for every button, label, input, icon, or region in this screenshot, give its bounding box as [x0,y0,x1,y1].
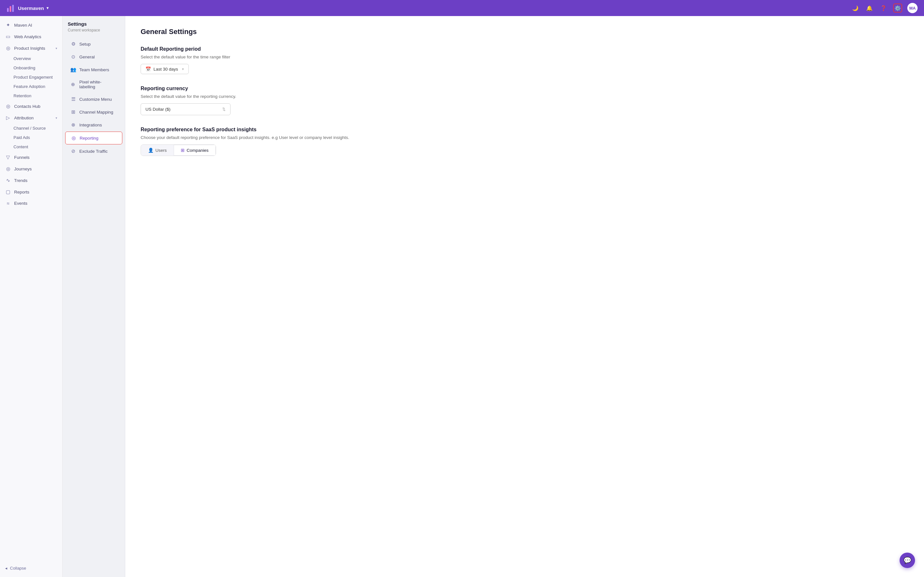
sidebar-sub-product-engagement[interactable]: Product Engagement [13,73,62,82]
notification-icon[interactable]: 🔔 [865,3,874,13]
events-icon: ≈ [5,201,11,206]
reporting-period-dropdown-label: Last 30 days [153,67,178,72]
sidebar-sub-content[interactable]: Content [13,142,62,152]
help-icon[interactable]: ❓ [879,3,888,13]
collapse-arrow-icon: ◂ [5,566,7,571]
funnels-icon: ▽ [5,154,11,160]
brand-logo[interactable]: Usermaven ▾ [6,3,48,13]
sidebar-item-funnels[interactable]: ▽ Funnels [0,152,62,163]
dropdown-chevron-icon: ▾ [182,67,184,71]
sidebar-item-events[interactable]: ≈ Events [0,198,62,209]
reports-icon: ▢ [5,189,11,195]
settings-menu-reporting[interactable]: ◎ Reporting [65,132,123,144]
channel-mapping-icon: ⊞ [70,109,76,115]
sidebar-label-reports: Reports [14,190,57,195]
chat-icon: 💬 [903,556,911,564]
svg-rect-2 [12,5,14,12]
reporting-currency-description: Select the default value for the reporti… [140,94,909,99]
sidebar-label-maven-ai: Maven AI [14,23,57,27]
settings-menu-integrations[interactable]: ⊗ Integrations [65,119,123,131]
currency-select[interactable]: US Dollar ($) ⇅ [140,103,231,115]
section-reporting-preference: Reporting preference for SaaS product in… [140,127,909,156]
avatar[interactable]: MA [907,3,918,13]
calendar-icon: 📅 [145,66,151,72]
sidebar-item-journeys[interactable]: ◎ Journeys [0,163,62,174]
sidebar-item-reports[interactable]: ▢ Reports [0,186,62,198]
companies-icon: ⊞ [181,148,185,153]
settings-menu-exclude-traffic-label: Exclude Traffic [79,149,108,154]
pixel-whitelabelling-icon: ⊕ [70,82,76,87]
top-navigation: Usermaven ▾ 🌙 🔔 ❓ ⚙️ MA [0,0,924,16]
sidebar-sub-channel-source[interactable]: Channel / Source [13,124,62,133]
reporting-preference-toggle-group: 👤 Users ⊞ Companies [140,144,216,156]
sidebar-item-attribution[interactable]: ▷ Attribution ▾ [0,112,62,124]
sidebar-label-attribution: Attribution [14,116,52,120]
toggle-users-label: Users [155,148,167,153]
settings-menu-channel-mapping[interactable]: ⊞ Channel Mapping [65,106,123,118]
collapse-label: Collapse [10,566,26,571]
users-icon: 👤 [148,148,153,153]
page-title: General Settings [140,27,909,36]
svg-rect-1 [10,6,11,12]
sidebar-sub-retention[interactable]: Retention [13,91,62,100]
toggle-companies-button[interactable]: ⊞ Companies [174,145,215,156]
brand-name: Usermaven [18,5,44,11]
settings-menu-customize-menu[interactable]: ☰ Customize Menu [65,93,123,105]
collapse-button[interactable]: ◂ Collapse [0,562,62,574]
settings-menu-team-members[interactable]: 👥 Team Members [65,64,123,76]
sidebar-sub-feature-adoption[interactable]: Feature Adoption [13,82,62,91]
settings-title: Settings [63,21,125,28]
sidebar-item-product-insights[interactable]: ◎ Product Insights ▾ [0,42,62,54]
main-content: General Settings Default Reporting perio… [125,16,924,577]
attribution-submenu: Channel / Source Paid Ads Content [0,124,62,152]
chat-fab-button[interactable]: 💬 [900,553,915,568]
contacts-hub-icon: ◎ [5,103,11,109]
maven-ai-icon: ✦ [5,22,11,28]
product-insights-icon: ◎ [5,45,11,51]
settings-menu-setup[interactable]: ⚙ Setup [65,38,123,50]
brand-chevron-icon[interactable]: ▾ [47,6,48,10]
reporting-period-title: Default Reporting period [140,46,909,52]
toggle-companies-label: Companies [187,148,208,153]
product-insights-chevron-icon: ▾ [56,47,57,50]
moon-icon[interactable]: 🌙 [851,3,860,13]
settings-menu-general[interactable]: ⊙ General [65,51,123,63]
team-members-icon: 👥 [70,67,76,73]
reporting-period-dropdown[interactable]: 📅 Last 30 days ▾ [140,64,189,74]
general-icon: ⊙ [70,54,76,60]
reporting-period-description: Select the default value for the time ra… [140,55,909,60]
settings-sidebar: Settings Current workspace ⚙ Setup ⊙ Gen… [63,16,125,577]
settings-menu-pixel-whitelabelling[interactable]: ⊕ Pixel white-labelling [65,76,123,92]
exclude-traffic-icon: ⊘ [70,148,76,154]
customize-menu-icon: ☰ [70,96,76,102]
currency-value: US Dollar ($) [145,107,171,112]
sidebar-sub-paid-ads[interactable]: Paid Ads [13,133,62,142]
settings-menu-reporting-label: Reporting [80,136,98,140]
settings-subtitle: Current workspace [63,28,125,37]
reporting-icon: ◎ [71,135,76,141]
topnav-right: 🌙 🔔 ❓ ⚙️ MA [851,3,918,13]
sidebar-label-journeys: Journeys [14,166,57,171]
sidebar-item-trends[interactable]: ∿ Trends [0,174,62,186]
sidebar-item-contacts-hub[interactable]: ◎ Contacts Hub [0,100,62,112]
sidebar-item-maven-ai[interactable]: ✦ Maven AI [0,19,62,31]
toggle-users-button[interactable]: 👤 Users [141,145,174,156]
body-layout: ✦ Maven AI ▭ Web Analytics ◎ Product Ins… [0,16,924,577]
sidebar-sub-onboarding[interactable]: Onboarding [13,63,62,73]
sidebar-item-web-analytics[interactable]: ▭ Web Analytics [0,31,62,42]
settings-menu-team-members-label: Team Members [79,68,109,72]
settings-menu-exclude-traffic[interactable]: ⊘ Exclude Traffic [65,145,123,157]
settings-menu-general-label: General [79,55,95,60]
topnav-left: Usermaven ▾ [6,3,48,13]
web-analytics-icon: ▭ [5,34,11,39]
attribution-chevron-icon: ▾ [56,116,57,120]
attribution-icon: ▷ [5,115,11,121]
left-sidebar: ✦ Maven AI ▭ Web Analytics ◎ Product Ins… [0,16,63,577]
settings-menu-customize-menu-label: Customize Menu [79,97,112,102]
gear-icon[interactable]: ⚙️ [893,3,902,13]
sidebar-sub-overview[interactable]: Overview [13,54,62,63]
settings-menu-channel-mapping-label: Channel Mapping [79,110,113,114]
reporting-preference-title: Reporting preference for SaaS product in… [140,127,909,132]
journeys-icon: ◎ [5,166,11,172]
sidebar-label-trends: Trends [14,178,57,183]
